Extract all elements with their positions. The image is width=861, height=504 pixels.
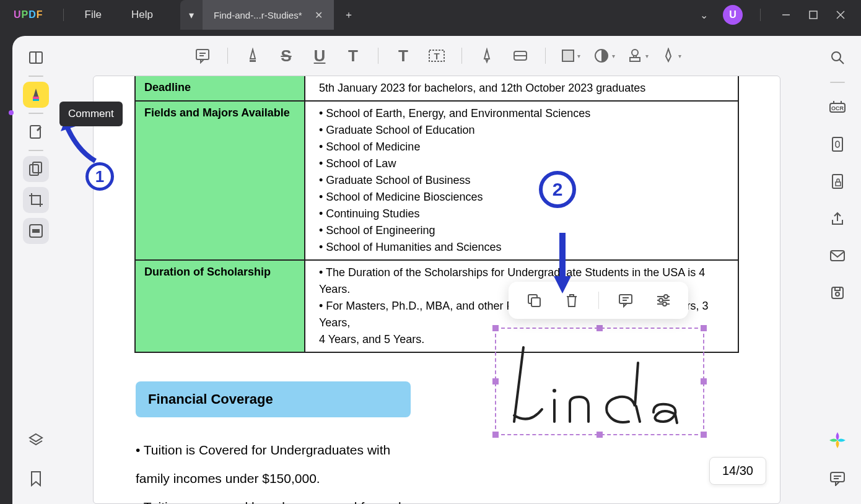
table-row: Fields and Majors Available • School of … (136, 100, 738, 259)
chevron-down-icon: ▾ (612, 53, 615, 59)
tab-bar: ▾ Find-and-...r-Studies* ✕ ＋ (180, 0, 683, 30)
menu-help[interactable]: Help (116, 9, 168, 21)
svg-rect-24 (630, 58, 640, 61)
app-dropdown[interactable]: ⌄ (696, 7, 712, 23)
reader-tool[interactable] (23, 45, 49, 71)
layers-tool[interactable] (23, 427, 49, 453)
annotation-arrow (550, 228, 575, 296)
new-tab-button[interactable]: ＋ (334, 0, 364, 30)
textbox-tool[interactable]: T (424, 43, 449, 68)
book-icon (28, 50, 44, 66)
convert-button[interactable] (824, 131, 850, 157)
svg-text:OCR: OCR (831, 105, 844, 111)
search-button[interactable] (824, 45, 850, 71)
document-page: Deadline 5th January 2023 for bachelors,… (93, 76, 780, 504)
strikethrough-tool[interactable]: S (274, 43, 299, 68)
center-pane: S U T T T ▾ ▾ ▾ ▾ Deadline 5th January 2… (59, 36, 814, 504)
stamp-tool[interactable]: ▾ (625, 43, 650, 68)
sliders-icon (656, 294, 671, 306)
properties-button[interactable] (652, 289, 675, 311)
resize-handle[interactable] (492, 378, 499, 385)
pages-icon (28, 161, 44, 177)
save-button[interactable] (824, 280, 850, 306)
resize-handle[interactable] (597, 432, 603, 438)
tab-list-dropdown[interactable]: ▾ (180, 0, 203, 30)
resize-handle[interactable] (701, 325, 707, 331)
squiggly-tool[interactable]: T (341, 43, 365, 68)
organize-tool[interactable] (23, 156, 49, 182)
svg-text:T: T (434, 51, 439, 61)
svg-rect-8 (30, 126, 40, 138)
protect-button[interactable] (824, 168, 850, 194)
ocr-button[interactable]: OCR (824, 94, 850, 120)
signature-selection[interactable] (495, 328, 704, 435)
divider (378, 48, 378, 64)
note-tool[interactable] (190, 43, 215, 68)
maximize-button[interactable] (805, 7, 821, 23)
email-button[interactable] (824, 243, 850, 269)
lock-page-icon (830, 173, 845, 189)
copy-button[interactable] (523, 289, 545, 311)
pencil-tool[interactable] (474, 43, 499, 68)
sticker-tool[interactable]: ▾ (592, 43, 616, 68)
tab-title: Find-and-...r-Studies* (214, 10, 302, 20)
close-button[interactable] (833, 7, 849, 23)
row-label: Deadline (136, 76, 304, 100)
share-button[interactable] (824, 206, 850, 232)
close-icon[interactable]: ✕ (315, 9, 323, 21)
divider (63, 9, 64, 21)
resize-handle[interactable] (597, 325, 603, 331)
svg-point-38 (663, 302, 667, 306)
table-row: Deadline 5th January 2023 for bachelors,… (136, 76, 738, 100)
svg-rect-7 (33, 99, 39, 101)
signature-tool[interactable]: ▾ (658, 43, 683, 68)
stamp-icon (627, 48, 643, 64)
circle-half-icon (593, 48, 610, 64)
resize-handle[interactable] (701, 432, 707, 438)
svg-point-27 (553, 389, 556, 393)
comments-panel-button[interactable] (824, 466, 850, 492)
shape-tool[interactable]: ▾ (558, 43, 583, 68)
comment-button[interactable] (614, 289, 637, 311)
section-heading: Financial Coverage (136, 381, 411, 417)
document-tab[interactable]: Find-and-...r-Studies* ✕ (203, 0, 334, 30)
svg-rect-29 (531, 298, 540, 306)
crop-tool[interactable] (23, 187, 49, 213)
svg-rect-45 (833, 137, 842, 151)
document-viewport[interactable]: Deadline 5th January 2023 for bachelors,… (59, 76, 814, 504)
annotation-marker: 2 (539, 171, 576, 208)
text-tool[interactable]: T (391, 43, 416, 68)
bookmark-icon (29, 471, 43, 487)
comment-tool[interactable] (23, 82, 49, 108)
svg-point-39 (832, 52, 841, 61)
ocr-icon: OCR (829, 100, 846, 115)
page-indicator[interactable]: 14/30 (709, 457, 766, 485)
user-avatar[interactable]: U (723, 5, 743, 25)
divider (227, 48, 228, 64)
svg-rect-12 (32, 229, 40, 233)
resize-handle[interactable] (492, 325, 499, 331)
ai-assistant-button[interactable] (824, 427, 850, 453)
resize-handle[interactable] (492, 432, 499, 438)
menu-file[interactable]: File (70, 9, 116, 21)
svg-point-36 (659, 298, 663, 302)
comment-icon (829, 471, 846, 486)
highlight-tool[interactable] (240, 43, 265, 68)
minimize-button[interactable] (778, 7, 794, 23)
divider (28, 76, 43, 77)
svg-point-23 (632, 50, 638, 56)
eraser-tool[interactable] (508, 43, 533, 68)
edit-tool[interactable] (23, 119, 49, 145)
title-bar: UPDF File Help ▾ Find-and-...r-Studies* … (0, 0, 861, 30)
svg-point-34 (664, 295, 668, 298)
bookmark-tool[interactable] (23, 466, 49, 492)
form-tool[interactable] (23, 218, 49, 244)
svg-rect-51 (835, 287, 840, 290)
resize-handle[interactable] (701, 378, 707, 385)
svg-rect-9 (30, 165, 38, 175)
divider (830, 82, 845, 83)
copy-icon (527, 293, 541, 308)
highlighter-icon (28, 87, 44, 103)
chevron-down-icon: ▾ (678, 53, 681, 59)
underline-tool[interactable]: U (307, 43, 332, 68)
